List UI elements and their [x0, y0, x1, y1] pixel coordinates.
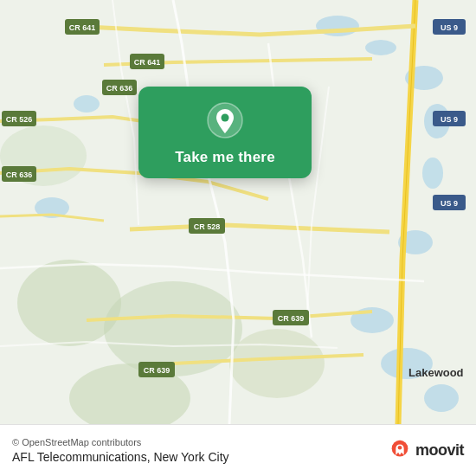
- moovit-text: moovit: [415, 441, 464, 460]
- bottom-content: © OpenStreetMap contributors AFL Telecom…: [12, 437, 388, 465]
- place-info: AFL Telecommunications, New York City: [12, 449, 388, 465]
- svg-point-15: [229, 329, 325, 398]
- svg-point-2: [365, 40, 396, 55]
- svg-text:CR 639: CR 639: [278, 314, 305, 323]
- bottom-bar: © OpenStreetMap contributors AFL Telecom…: [0, 424, 476, 476]
- svg-point-11: [424, 384, 459, 412]
- svg-text:CR 526: CR 526: [6, 115, 33, 124]
- popup-label: Take me there: [175, 149, 275, 166]
- svg-text:CR 639: CR 639: [144, 366, 170, 375]
- map-container: CR 641 CR 641 US 9 CR 526 CR 636 US 9 CR…: [0, 0, 476, 424]
- moovit-icon: [388, 439, 412, 463]
- svg-point-43: [398, 445, 402, 449]
- svg-text:US 9: US 9: [441, 199, 458, 208]
- svg-text:CR 636: CR 636: [6, 170, 33, 179]
- svg-point-41: [222, 114, 229, 122]
- popup-card[interactable]: Take me there: [138, 87, 312, 178]
- svg-text:CR 641: CR 641: [69, 23, 96, 32]
- svg-text:CR 641: CR 641: [134, 58, 161, 67]
- svg-point-5: [422, 158, 443, 189]
- svg-point-7: [74, 95, 100, 113]
- svg-text:US 9: US 9: [441, 23, 458, 32]
- copyright-text: © OpenStreetMap contributors: [12, 437, 141, 447]
- place-name: AFL Telecommunications, New York City: [12, 450, 229, 464]
- svg-text:CR 528: CR 528: [194, 222, 221, 231]
- bottom-top-row: © OpenStreetMap contributors: [12, 437, 388, 447]
- svg-text:CR 636: CR 636: [106, 84, 133, 93]
- svg-text:US 9: US 9: [441, 115, 458, 124]
- moovit-logo: moovit: [388, 439, 464, 463]
- location-pin-icon: [207, 102, 243, 138]
- svg-text:Lakewood: Lakewood: [408, 366, 464, 379]
